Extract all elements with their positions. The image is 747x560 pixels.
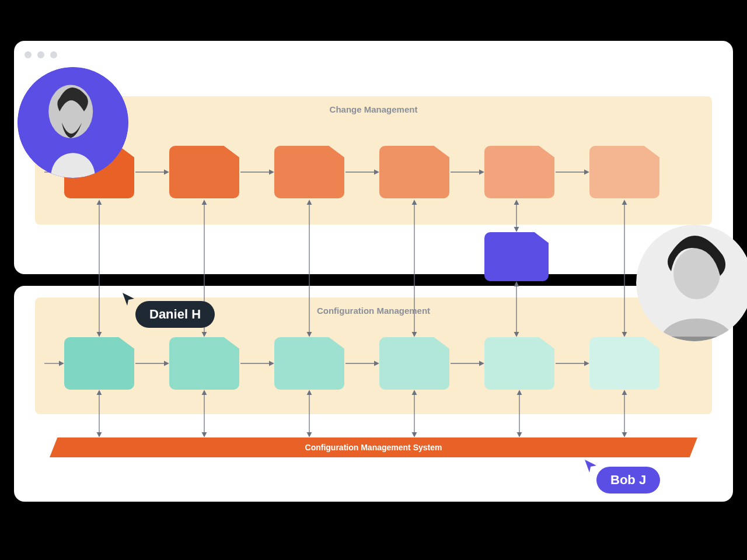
cursor-icon (584, 459, 599, 474)
collaborator-avatar-bob (636, 225, 747, 341)
dot-icon (37, 51, 44, 58)
change-node-5[interactable] (484, 146, 554, 198)
collaborator-tag-bob[interactable]: Bob J (596, 467, 660, 494)
config-node-4[interactable] (379, 337, 449, 390)
change-node-6[interactable] (589, 146, 659, 198)
config-node-3[interactable] (274, 337, 344, 390)
window-dots (25, 51, 57, 58)
collaborator-name: Bob J (610, 473, 646, 488)
cursor-icon (121, 292, 137, 307)
config-node-2[interactable] (169, 337, 239, 390)
collaborator-tag-daniel[interactable]: Daniel H (135, 301, 215, 328)
collaborator-name: Daniel H (149, 307, 201, 322)
dot-icon (25, 51, 32, 58)
intermediate-node[interactable] (484, 232, 549, 281)
config-node-6[interactable] (589, 337, 659, 390)
collaborator-avatar-daniel (18, 67, 128, 178)
change-node-3[interactable] (274, 146, 344, 198)
system-bar-label: Configuration Management System (305, 443, 442, 452)
config-node-1[interactable] (64, 337, 134, 390)
dot-icon (50, 51, 57, 58)
change-node-2[interactable] (169, 146, 239, 198)
lane-config-system-bar[interactable]: Configuration Management System (50, 438, 697, 457)
change-node-4[interactable] (379, 146, 449, 198)
config-node-5[interactable] (484, 337, 554, 390)
lane-title: Change Management (35, 96, 712, 114)
